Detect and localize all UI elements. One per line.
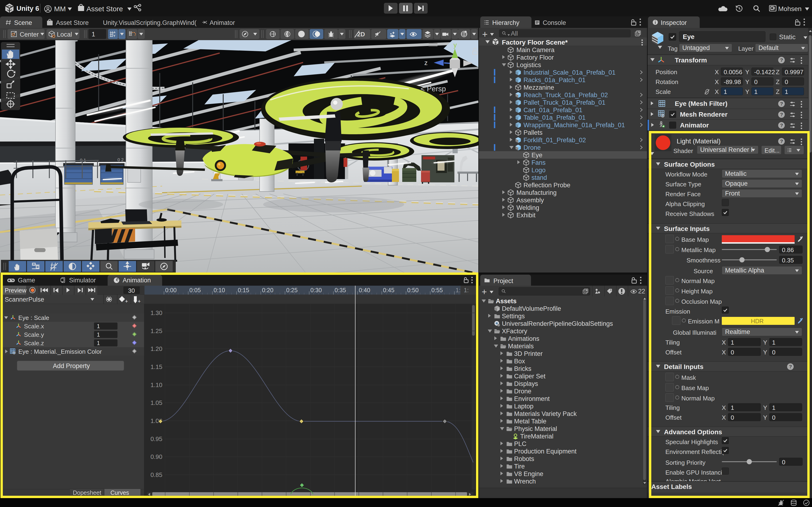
svg-text:< Persp: < Persp bbox=[420, 85, 446, 93]
svg-text:z: z bbox=[424, 59, 427, 66]
svg-text:Y: Y bbox=[113, 34, 115, 38]
svg-text:0 2: 0 2 bbox=[117, 157, 123, 162]
svg-text:y: y bbox=[453, 41, 457, 49]
